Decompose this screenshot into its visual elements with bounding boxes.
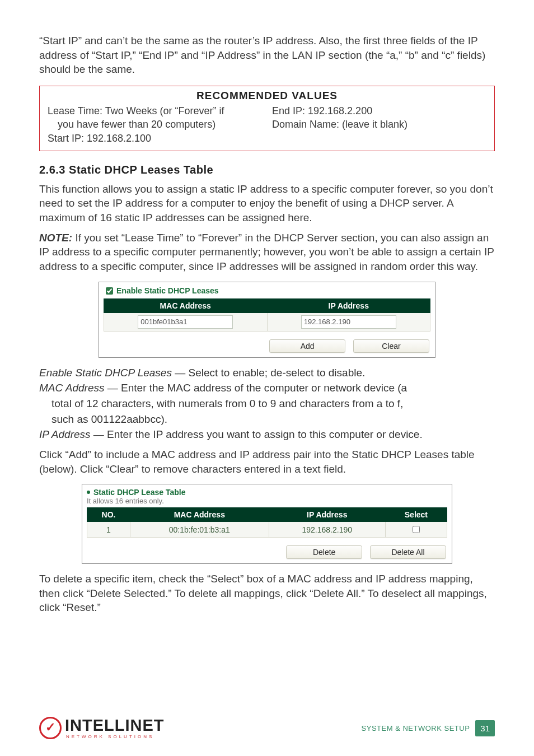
lease-table-title: Static DHCP Lease Table <box>93 488 185 497</box>
paragraph-3: Click “Add” to include a MAC address and… <box>39 447 495 476</box>
enable-static-dhcp-label: Enable Static DHCP Leases <box>116 286 219 295</box>
cell-mac: 00:1b:fe:01:b3:a1 <box>130 522 269 538</box>
paragraph-2: If you set “Lease Time” to “Forever” in … <box>39 232 494 272</box>
recommended-values-box: RECOMMENDED VALUES Lease Time: Two Weeks… <box>39 86 495 151</box>
enable-static-dhcp-checkbox[interactable] <box>106 287 113 295</box>
rec-left-line1-indent: you have fewer than 20 computers) <box>48 118 262 131</box>
def-ip-text: — Enter the IP address you want to assig… <box>91 428 423 440</box>
clear-button[interactable]: Clear <box>353 339 429 353</box>
static-dhcp-lease-table: NO. MAC Address IP Address Select 1 00:1… <box>87 507 447 538</box>
cell-mac-input <box>104 312 268 331</box>
cell-no: 1 <box>87 522 130 538</box>
page-number: 31 <box>475 720 495 736</box>
recommended-title: RECOMMENDED VALUES <box>48 86 486 104</box>
rec-right-line2: Domain Name: (leave it blank) <box>272 118 486 131</box>
select-row-checkbox[interactable] <box>413 526 420 533</box>
paragraph-1: This function allows you to assign a sta… <box>39 182 495 225</box>
def-mac-text-3: such as 001122aabbcc). <box>39 412 495 427</box>
rec-left-line1: Lease Time: Two Weeks (or “Forever” if <box>48 104 262 118</box>
def-enable-term: Enable Static DHCP Leases <box>39 367 172 379</box>
cell-ip-input <box>267 312 430 331</box>
logo-text: INTELLINET <box>65 717 165 734</box>
col-mac-address: MAC Address <box>104 298 268 312</box>
def-enable-text: — Select to enable; de-select to disable… <box>172 367 365 379</box>
delete-button[interactable]: Delete <box>286 545 362 559</box>
logo: INTELLINET NETWORK SOLUTIONS <box>39 717 165 739</box>
page-footer: INTELLINET NETWORK SOLUTIONS SYSTEM & NE… <box>39 717 495 739</box>
def-mac-text-2: total of 12 characters, with numerals fr… <box>39 396 495 411</box>
table-row: 1 00:1b:fe:01:b3:a1 192.168.2.190 <box>87 522 447 538</box>
delete-all-button[interactable]: Delete All <box>370 545 446 559</box>
ip-address-input[interactable] <box>301 315 396 329</box>
def-mac-text-1: — Enter the MAC address of the computer … <box>105 382 407 394</box>
rec-left-line2: Start IP: 192.168.2.100 <box>48 132 262 145</box>
col-mac-address-2: MAC Address <box>130 508 269 522</box>
add-button[interactable]: Add <box>269 339 345 353</box>
cell-ip: 192.168.2.190 <box>269 522 385 538</box>
paragraph-note: NOTE: If you set “Lease Time” to “Foreve… <box>39 231 495 274</box>
note-label: NOTE: <box>39 232 72 244</box>
paragraph-4: To delete a specific item, check the “Se… <box>39 572 495 615</box>
col-select: Select <box>385 508 447 522</box>
rec-right-line1: End IP: 192.168.2.200 <box>272 104 486 118</box>
logo-subtext: NETWORK SOLUTIONS <box>65 735 165 739</box>
figure-lease-table: Static DHCP Lease Table It allows 16 ent… <box>82 484 452 564</box>
col-ip-address: IP Address <box>267 298 430 312</box>
subheading-static-dhcp: 2.6.3 Static DHCP Leases Table <box>39 164 495 176</box>
mac-address-input[interactable] <box>138 315 233 329</box>
def-ip-term: IP Address <box>39 428 91 440</box>
footer-section-label: SYSTEM & NETWORK SETUP <box>362 724 470 732</box>
cell-select <box>385 522 447 538</box>
definition-list: Enable Static DHCP Leases — Select to en… <box>39 366 495 442</box>
intro-paragraph: “Start IP” and can’t be the same as the … <box>39 34 495 77</box>
lease-table-subtitle: It allows 16 entries only. <box>82 497 452 507</box>
def-mac-term: MAC Address <box>39 382 105 394</box>
static-dhcp-input-table: MAC Address IP Address <box>104 298 430 332</box>
figure-enable-static-dhcp: Enable Static DHCP Leases MAC Address IP… <box>99 282 435 358</box>
bullet-icon <box>87 491 90 494</box>
col-ip-address-2: IP Address <box>269 508 385 522</box>
col-no: NO. <box>87 508 130 522</box>
check-circle-icon <box>39 717 62 739</box>
